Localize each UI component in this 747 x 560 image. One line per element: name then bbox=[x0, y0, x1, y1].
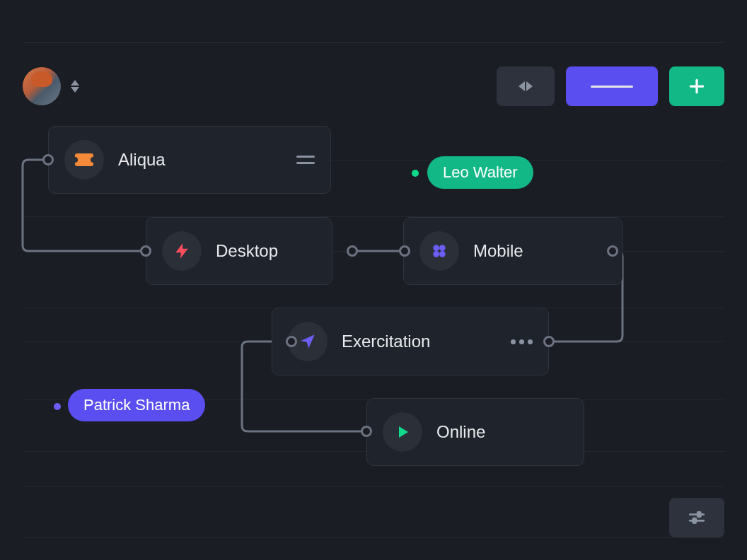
top-divider bbox=[23, 42, 724, 43]
arrows-left-right-icon bbox=[519, 81, 533, 91]
svg-point-3 bbox=[439, 245, 446, 251]
cursor-label-leo: Leo Walter bbox=[427, 156, 533, 189]
line-button[interactable] bbox=[566, 66, 658, 106]
node-aliqua[interactable]: Aliqua bbox=[48, 126, 331, 194]
node-exercitation[interactable]: Exercitation bbox=[272, 308, 549, 375]
cursor-dot-patrick bbox=[54, 403, 61, 410]
grid-dots-icon bbox=[419, 231, 459, 271]
cursor-name: Patrick Sharma bbox=[83, 396, 190, 414]
svg-point-2 bbox=[433, 245, 439, 251]
bolt-icon bbox=[162, 231, 202, 271]
svg-rect-8 bbox=[697, 512, 700, 517]
guide-line bbox=[23, 537, 724, 538]
settings-button[interactable] bbox=[669, 498, 724, 537]
svg-point-5 bbox=[439, 251, 446, 257]
node-label: Online bbox=[436, 422, 485, 442]
node-mobile[interactable]: Mobile bbox=[403, 217, 622, 285]
cursor-label-patrick: Patrick Sharma bbox=[68, 389, 205, 421]
node-label: Desktop bbox=[216, 241, 278, 261]
svg-rect-9 bbox=[693, 518, 696, 523]
add-button[interactable] bbox=[669, 66, 724, 106]
avatar[interactable] bbox=[23, 67, 61, 105]
node-label: Aliqua bbox=[118, 150, 166, 170]
guide-line bbox=[23, 486, 724, 487]
port[interactable] bbox=[361, 426, 372, 437]
port[interactable] bbox=[42, 154, 54, 165]
play-icon bbox=[383, 412, 422, 452]
sort-toggle[interactable] bbox=[71, 80, 79, 93]
chevron-down-icon bbox=[71, 87, 79, 93]
line-icon bbox=[591, 86, 633, 88]
port[interactable] bbox=[347, 245, 358, 257]
node-desktop[interactable]: Desktop bbox=[146, 217, 332, 285]
port[interactable] bbox=[140, 245, 151, 257]
port[interactable] bbox=[399, 245, 410, 257]
port[interactable] bbox=[286, 336, 297, 347]
chevron-up-icon bbox=[71, 80, 79, 86]
code-button[interactable] bbox=[497, 66, 555, 106]
guide-line bbox=[23, 216, 724, 217]
node-label: Exercitation bbox=[342, 332, 430, 351]
cursor-dot-leo bbox=[412, 170, 419, 177]
more-icon[interactable] bbox=[511, 339, 533, 344]
svg-point-4 bbox=[433, 251, 439, 257]
cursor-name: Leo Walter bbox=[443, 163, 518, 182]
port[interactable] bbox=[543, 336, 555, 347]
node-label: Mobile bbox=[473, 241, 523, 261]
ticket-icon bbox=[64, 140, 104, 180]
header-bar bbox=[23, 66, 724, 106]
plus-icon bbox=[688, 77, 706, 95]
hamburger-icon[interactable] bbox=[296, 156, 315, 164]
port[interactable] bbox=[607, 245, 618, 257]
sliders-icon bbox=[688, 508, 706, 527]
node-online[interactable]: Online bbox=[366, 398, 584, 466]
